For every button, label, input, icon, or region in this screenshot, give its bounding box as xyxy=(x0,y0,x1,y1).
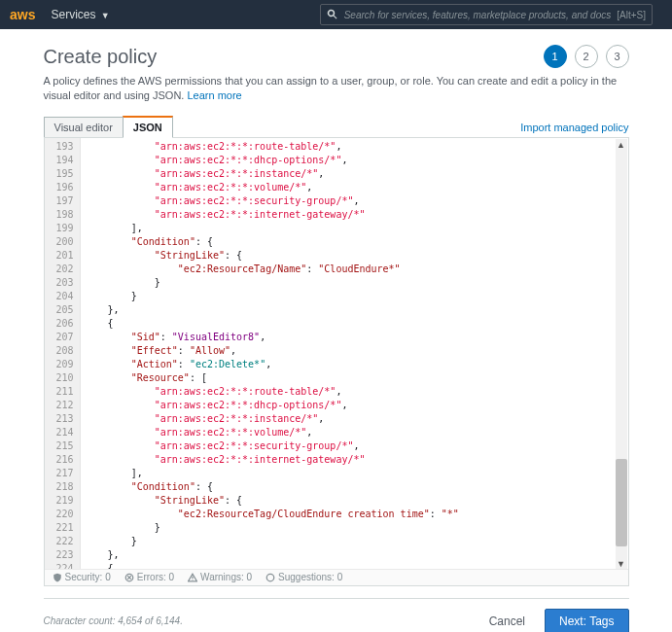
import-managed-policy-link[interactable]: Import managed policy xyxy=(520,122,628,137)
cancel-button[interactable]: Cancel xyxy=(476,610,539,632)
line-number-gutter: 1931941951961971981992002012022032042052… xyxy=(45,138,81,572)
svg-point-1 xyxy=(266,574,274,581)
step-1[interactable]: 1 xyxy=(544,45,567,68)
step-3[interactable]: 3 xyxy=(606,45,629,68)
tab-visual-editor[interactable]: Visual editor xyxy=(44,117,124,137)
character-count: Character count: 4,654 of 6,144. xyxy=(44,615,476,626)
scrollbar-thumb[interactable] xyxy=(616,459,627,546)
wizard-steps: 1 2 3 xyxy=(544,45,629,68)
next-tags-button[interactable]: Next: Tags xyxy=(545,609,628,632)
services-menu[interactable]: Services ▼ xyxy=(51,8,109,21)
status-warnings[interactable]: Warnings: 0 xyxy=(188,572,252,582)
scroll-up-arrow[interactable]: ▲ xyxy=(616,139,627,151)
code-area[interactable]: 1931941951961971981992002012022032042052… xyxy=(45,138,628,572)
page-body: Create policy 1 2 3 A policy defines the… xyxy=(44,29,629,632)
services-label: Services xyxy=(51,8,95,21)
aws-topbar: aws Services ▼ Search for services, feat… xyxy=(0,0,672,29)
learn-more-link[interactable]: Learn more xyxy=(187,89,241,101)
search-icon xyxy=(327,9,338,20)
status-suggestions[interactable]: Suggestions: 0 xyxy=(265,572,342,582)
editor-tabs: Visual editor JSON Import managed policy xyxy=(44,116,629,138)
status-security[interactable]: Security: 0 xyxy=(53,572,111,582)
caret-down-icon: ▼ xyxy=(101,11,110,20)
aws-logo[interactable]: aws xyxy=(10,7,35,22)
step-2[interactable]: 2 xyxy=(575,45,598,68)
global-search[interactable]: Search for services, features, marketpla… xyxy=(320,4,653,25)
description-text: A policy defines the AWS permissions tha… xyxy=(44,75,618,101)
json-editor: 1931941951961971981992002012022032042052… xyxy=(44,138,629,586)
search-placeholder: Search for services, features, marketpla… xyxy=(344,10,612,20)
code-content[interactable]: "arn:aws:ec2:*:*:route-table/*", "arn:aw… xyxy=(81,138,628,572)
page-title: Create policy xyxy=(44,46,544,68)
search-shortcut: [Alt+S] xyxy=(617,10,646,20)
tab-json[interactable]: JSON xyxy=(123,116,173,138)
wizard-footer: Character count: 4,654 of 6,144. Cancel … xyxy=(44,598,629,632)
status-errors[interactable]: Errors: 0 xyxy=(124,572,174,582)
page-description: A policy defines the AWS permissions tha… xyxy=(44,74,629,104)
editor-statusbar: Security: 0 Errors: 0 Warnings: 0 Sugges… xyxy=(45,569,628,585)
page-header: Create policy 1 2 3 xyxy=(44,45,629,68)
